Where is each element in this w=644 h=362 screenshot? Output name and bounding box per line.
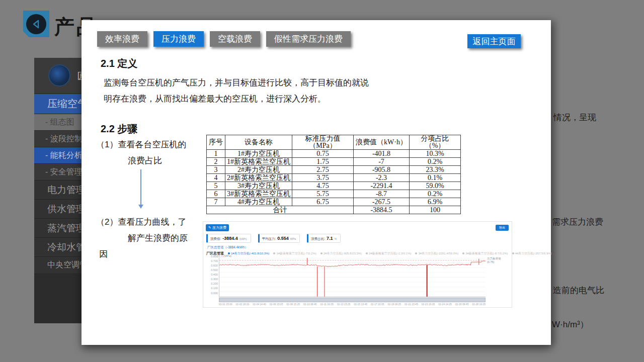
step2-text-line2: 解产生浪费的原: [128, 232, 188, 244]
table-row: 42#新英格索兰空压机3.75-2.30.1%: [207, 174, 461, 182]
standard-value-label: 压力标准值 (0.75): [487, 257, 501, 264]
pressure-chart-svg: [219, 258, 486, 297]
back-arrow-icon: [26, 14, 46, 34]
stat-card: 浪费值:-3884.4(kWh): [206, 234, 251, 243]
step1-text-line1: （1）查看各台空压机的: [96, 139, 186, 150]
stat-card: 浪费占比:7.1%: [307, 234, 341, 243]
table-total-row: 合计-3884.5100: [207, 206, 461, 214]
app-logo-icon: [48, 64, 70, 86]
table-row: 63#新英格索兰空压机5.75-8.70.2%: [207, 190, 461, 198]
pressure-curve-screenshot: ✎ 压力浪费 导出 浪费值:-3884.4(kWh)平均压力:0.554MPa浪…: [203, 221, 512, 308]
table-header-row: 序号设备名称标准压力值（MPa）浪费值（kW·h）分项占比（%）: [207, 135, 461, 150]
y-axis-ticks: 0.8000.7000.6000.5000.4000.3000.2000.100…: [204, 256, 218, 296]
legend-item[interactable]: 3#新英格索兰空压机(-8.7/0.2%): [462, 251, 508, 256]
return-home-button[interactable]: 返回主页面: [467, 34, 521, 48]
data-zoom-slider[interactable]: [219, 298, 486, 302]
legend-item[interactable]: 3#寿力空压机(-2291.4/59.0%): [415, 251, 458, 256]
pipeline-link[interactable]: 厂区总管道（-3884.4kWh）: [207, 245, 248, 250]
definition-text-line2: 明存在浪费，从而找出偏差最大的空压机，进行深入分析。: [104, 93, 326, 105]
stat-card: 平均压力:0.554MPa: [258, 234, 300, 243]
background-text-fragment: 情况，呈现: [553, 112, 596, 123]
screenshot-title-label: 压力浪费: [212, 225, 226, 230]
tab-空载浪费[interactable]: 空载浪费: [210, 31, 260, 47]
stat-cards: 浪费值:-3884.4(kWh)平均压力:0.554MPa浪费占比:7.1%: [206, 234, 341, 243]
export-button[interactable]: 导出: [496, 225, 509, 231]
waste-type-tabs: 效率浪费压力浪费空载浪费假性需求压力浪费: [97, 31, 351, 47]
step1-text-line2: 浪费占比: [128, 155, 162, 166]
x-axis-labels: 02-01 15:0002-02 18:2002-04 14:4002-06 1…: [219, 303, 486, 306]
chart-legend: 厂区总管道 1#寿力空压机(-401.8/10.3%)1#新英格索兰空压机(-7…: [206, 251, 552, 256]
steps-heading: 2.2 步骤: [101, 122, 137, 136]
back-icon[interactable]: [23, 11, 49, 37]
tab-压力浪费[interactable]: 压力浪费: [153, 31, 204, 47]
edit-icon: ✎: [208, 226, 211, 230]
step2-text-line3: 因: [99, 248, 108, 260]
legend-item[interactable]: 4#寿力空压机(-267.5/6.9%): [512, 251, 552, 256]
table-row: 11#寿力空压机0.75-401.810.3%: [207, 150, 461, 158]
down-arrow-icon: [140, 169, 141, 205]
overlay-panel: 效率浪费压力浪费空载浪费假性需求压力浪费 返回主页面 2.1 定义 监测每台空压…: [82, 20, 551, 345]
compressor-waste-table: 序号设备名称标准压力值（MPa）浪费值（kW·h）分项占比（%） 11#寿力空压…: [206, 135, 461, 214]
table-row: 74#寿力空压机6.75-267.56.9%: [207, 198, 461, 206]
table-header-cell: 分项占比（%）: [410, 135, 461, 150]
background-text-fragment: W·h/m³）: [552, 319, 589, 330]
tab-假性需求压力浪费[interactable]: 假性需求压力浪费: [266, 31, 351, 47]
table-header-cell: 浪费值（kW·h）: [354, 135, 410, 150]
table-header-cell: 标准压力值（MPa）: [292, 135, 354, 150]
legend-item[interactable]: 2#寿力空压机(-905.8/23.3%): [320, 251, 362, 256]
table-row: 32#寿力空压机2.75-905.823.3%: [207, 166, 461, 174]
screenshot-title-button[interactable]: ✎ 压力浪费: [206, 224, 229, 231]
table-header-cell: 序号: [207, 135, 225, 150]
tab-效率浪费[interactable]: 效率浪费: [97, 31, 147, 47]
definition-heading: 2.1 定义: [101, 57, 137, 70]
table-header-cell: 设备名称: [225, 135, 292, 150]
definition-text-line1: 监测每台空压机的产气压力，并与目标值进行比较，高于目标值的就说: [104, 77, 369, 88]
background-text-fragment: 需求压力浪费: [552, 216, 603, 228]
legend-item[interactable]: 1#寿力空压机(-401.8/10.3%): [228, 251, 269, 256]
background-text-fragment: 造前的电气比: [553, 285, 604, 296]
legend-item[interactable]: 1#新英格索兰空压机(-7/0.2%): [273, 251, 316, 256]
legend-item[interactable]: 2#新英格索兰空压机(-2.3/0.1%): [366, 251, 411, 256]
table-row: 21#新英格索兰空压机1.75-70.2%: [207, 158, 461, 166]
table-row: 53#寿力空压机4.75-2291.459.0%: [207, 182, 461, 190]
step2-text-line1: （2）查看压力曲线，了: [96, 216, 186, 228]
